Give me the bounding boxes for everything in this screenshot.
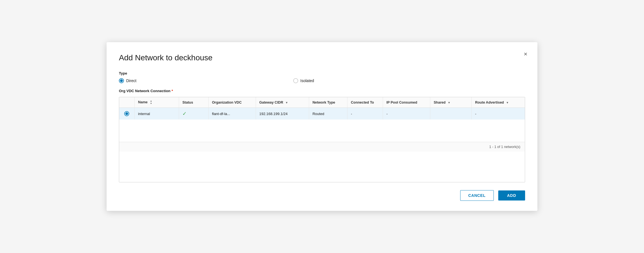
- routeadv-filter-icon[interactable]: ▼: [506, 101, 509, 104]
- th-cidr: Gateway CIDR ▼: [256, 97, 309, 108]
- add-network-dialog: Add Network to deckhouse × Type Direct I…: [107, 42, 537, 211]
- dialog-footer: CANCEL ADD: [119, 190, 525, 201]
- th-shared: Shared ▼: [430, 97, 472, 108]
- network-connection-label: Org VDC Network Connection*: [119, 89, 525, 93]
- th-status: Status: [179, 97, 208, 108]
- type-section: Type Direct Isolated: [119, 71, 525, 83]
- td-status: ✓: [179, 108, 208, 120]
- th-org: Organization VDC: [208, 97, 256, 108]
- radio-option-isolated[interactable]: Isolated: [293, 78, 314, 83]
- th-radio: [119, 97, 135, 108]
- th-connto: Connected To: [347, 97, 383, 108]
- add-button[interactable]: ADD: [498, 190, 525, 201]
- th-name: Name ▲ ▼: [135, 97, 179, 108]
- cidr-filter-icon[interactable]: ▼: [285, 101, 288, 104]
- close-button[interactable]: ×: [523, 50, 528, 58]
- table-footer: 1 - 1 of 1 network(s): [119, 142, 525, 152]
- dialog-title: Add Network to deckhouse: [119, 53, 525, 62]
- td-row-radio[interactable]: [119, 108, 135, 120]
- row-radio-circle: [124, 111, 129, 116]
- shared-filter-icon[interactable]: ▼: [448, 101, 450, 104]
- td-shared: [430, 108, 472, 120]
- td-ippool: -: [383, 108, 430, 120]
- network-table: Name ▲ ▼ Status Organization VDC Gateway…: [119, 97, 525, 142]
- table-row[interactable]: internal ✓ flant-df-la... 192.168.199.1/…: [119, 108, 525, 120]
- status-ok-icon: ✓: [182, 111, 187, 116]
- empty-row: [119, 120, 525, 142]
- radio-group: Direct Isolated: [119, 78, 525, 83]
- radio-option-direct[interactable]: Direct: [119, 78, 137, 83]
- td-routeadv: -: [472, 108, 525, 120]
- table-header-row: Name ▲ ▼ Status Organization VDC Gateway…: [119, 97, 525, 108]
- td-connto: -: [347, 108, 383, 120]
- th-nettype: Network Type: [309, 97, 347, 108]
- th-ippool: IP Pool Consumed: [383, 97, 430, 108]
- radio-circle-isolated: [293, 78, 298, 83]
- radio-circle-direct: [119, 78, 124, 83]
- name-sort-icons[interactable]: ▲ ▼: [150, 100, 152, 105]
- td-name: internal: [135, 108, 179, 120]
- td-nettype: Routed: [309, 108, 347, 120]
- cancel-button[interactable]: CANCEL: [460, 190, 494, 201]
- type-label: Type: [119, 71, 525, 75]
- radio-label-isolated: Isolated: [300, 78, 314, 83]
- network-table-container: Name ▲ ▼ Status Organization VDC Gateway…: [119, 97, 525, 182]
- td-cidr: 192.168.199.1/24: [256, 108, 309, 120]
- radio-label-direct: Direct: [126, 78, 137, 83]
- th-routeadv: Route Advertised ▼: [472, 97, 525, 108]
- td-org: flant-df-la...: [208, 108, 256, 120]
